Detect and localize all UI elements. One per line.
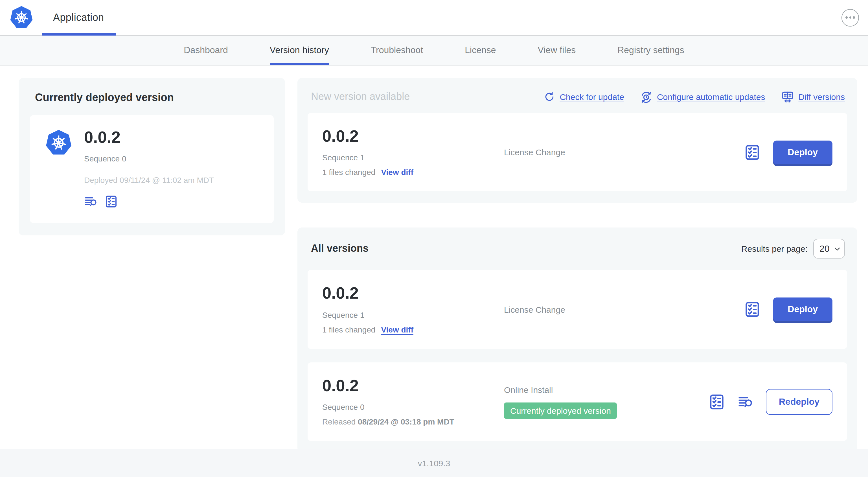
app-title-active-underline — [42, 33, 116, 35]
view-diff-link[interactable]: View diff — [381, 325, 413, 334]
all-versions-title: All versions — [311, 243, 369, 255]
tab-registry-settings[interactable]: Registry settings — [617, 35, 684, 65]
checklist-icon — [744, 144, 761, 160]
deployed-sequence: Sequence 0 — [84, 154, 214, 163]
currently-deployed-panel: Currently deployed version — [19, 78, 285, 236]
deployed-version-number: 0.0.2 — [84, 129, 214, 146]
app-footer: v1.109.3 — [0, 449, 868, 477]
logs-icon — [84, 195, 98, 209]
version-sequence: Sequence 1 — [322, 153, 504, 162]
kubernetes-app-icon — [44, 129, 73, 157]
redeploy-button[interactable]: Redeploy — [766, 389, 832, 415]
tab-dashboard[interactable]: Dashboard — [184, 35, 228, 65]
currently-deployed-card: 0.0.2 Sequence 0 Deployed 09/11/24 @ 11:… — [30, 115, 274, 223]
app-header: Application — [0, 0, 868, 35]
tab-view-files[interactable]: View files — [538, 35, 576, 65]
version-sequence: Sequence 1 — [322, 310, 504, 320]
refresh-icon — [543, 91, 555, 103]
version-row: 0.0.2 Sequence 1 1 files changed View di… — [308, 270, 847, 349]
new-version-row: 0.0.2 Sequence 1 1 files changed View di… — [308, 113, 847, 192]
main-content: Currently deployed version — [0, 65, 868, 448]
deploy-button[interactable]: Deploy — [773, 140, 832, 164]
files-changed-text: 1 files changed — [322, 325, 375, 334]
new-version-title: New version available — [311, 91, 410, 103]
diff-versions-link[interactable]: Diff versions — [781, 90, 845, 103]
check-for-update-link[interactable]: Check for update — [543, 91, 624, 103]
currently-deployed-title: Currently deployed version — [35, 91, 274, 104]
view-logs-button[interactable] — [738, 394, 753, 410]
ellipsis-icon — [845, 17, 847, 19]
preflight-checks-button[interactable] — [708, 393, 725, 410]
kubernetes-logo-icon — [9, 5, 34, 30]
version-notes: License Change — [504, 147, 744, 157]
preflight-checks-button[interactable] — [744, 144, 761, 160]
page: Application Dashboard Version history Tr… — [0, 0, 868, 477]
results-per-page-select[interactable]: 20 — [813, 239, 845, 259]
released-timestamp: Released 08/29/24 @ 03:18 pm MDT — [322, 417, 504, 426]
version-number: 0.0.2 — [322, 127, 504, 145]
all-versions-panel: All versions Results per page: 20 — [298, 228, 857, 452]
checklist-icon — [104, 195, 118, 209]
diff-icon — [781, 90, 794, 103]
version-number: 0.0.2 — [322, 377, 504, 394]
new-version-panel: New version available Check for update — [298, 78, 857, 203]
view-logs-button[interactable] — [84, 195, 98, 209]
preflight-checks-button[interactable] — [104, 195, 118, 209]
console-version: v1.109.3 — [417, 458, 450, 468]
overflow-menu-button[interactable] — [841, 9, 859, 26]
deployed-timestamp: Deployed 09/11/24 @ 11:02 am MDT — [84, 176, 214, 185]
version-notes: Online Install — [504, 385, 708, 394]
logs-icon — [738, 394, 753, 410]
tab-license[interactable]: License — [465, 35, 496, 65]
version-row: 0.0.2 Sequence 0 Released 08/29/24 @ 03:… — [308, 362, 847, 441]
configure-automatic-updates-link[interactable]: Configure automatic updates — [640, 91, 765, 103]
checklist-icon — [744, 301, 761, 318]
clock-refresh-icon — [640, 91, 652, 103]
checklist-icon — [708, 393, 725, 410]
tab-version-history[interactable]: Version history — [270, 35, 329, 65]
files-changed-text: 1 files changed — [322, 168, 375, 177]
version-number: 0.0.2 — [322, 285, 504, 302]
view-diff-link[interactable]: View diff — [381, 168, 413, 177]
version-notes: License Change — [504, 304, 744, 314]
app-title: Application — [53, 11, 104, 23]
currently-deployed-badge: Currently deployed version — [504, 402, 617, 419]
app-nav: Dashboard Version history Troubleshoot L… — [0, 35, 868, 65]
preflight-checks-button[interactable] — [744, 301, 761, 318]
version-sequence: Sequence 0 — [322, 403, 504, 412]
deploy-button[interactable]: Deploy — [773, 297, 832, 321]
results-per-page-label: Results per page: — [741, 244, 808, 254]
tab-troubleshoot[interactable]: Troubleshoot — [371, 35, 423, 65]
